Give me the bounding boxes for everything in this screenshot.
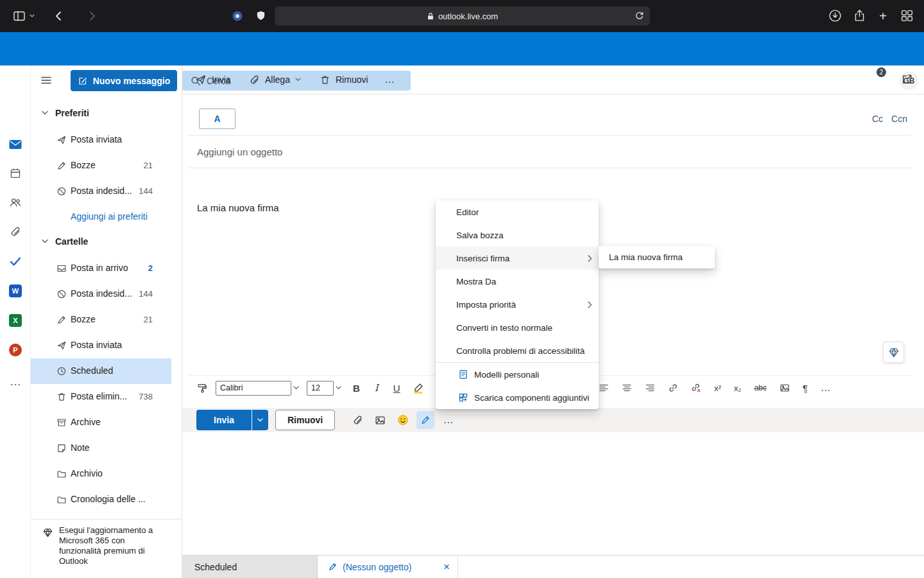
chevron-down-icon[interactable] <box>336 386 341 390</box>
underline-button[interactable]: U <box>393 383 400 394</box>
folder-item-sent[interactable]: Posta inviata <box>31 333 182 358</box>
align-center-icon[interactable] <box>622 383 632 393</box>
insert-picture-icon[interactable] <box>369 410 391 430</box>
align-left-icon[interactable] <box>599 383 609 393</box>
send-options-chevron[interactable] <box>252 410 268 430</box>
folder-item-junk[interactable]: Posta indesid... 144 <box>31 179 182 204</box>
more-actions-button[interactable]: … <box>437 410 459 430</box>
mail-icon[interactable] <box>0 134 31 155</box>
folder-item-notes[interactable]: Note <box>31 435 182 461</box>
new-message-button[interactable]: Nuovo messaggio <box>71 70 177 91</box>
share-icon[interactable] <box>853 8 866 22</box>
folder-item-archive[interactable]: Archive <box>31 410 182 435</box>
address-bar[interactable]: outlook.live.com <box>275 6 650 26</box>
paragraph-direction-icon[interactable]: ¶ <box>803 383 808 394</box>
favorites-section-header[interactable]: Preferiti <box>31 101 182 125</box>
menu-item-insert-signature[interactable]: Inserisci firma <box>436 247 599 270</box>
menu-item-show-from[interactable]: Mostra Da <box>436 270 599 293</box>
tab-overview-icon[interactable] <box>900 9 914 22</box>
immersive-reader-icon[interactable] <box>746 73 763 89</box>
menu-item-set-priority[interactable]: Imposta priorità <box>436 293 599 316</box>
message-body[interactable]: La mia nuova firma <box>197 202 279 213</box>
back-icon[interactable] <box>54 10 64 22</box>
font-name-select[interactable]: Calibri <box>216 381 291 396</box>
folder-item-inbox[interactable]: Posta in arrivo 2 <box>31 256 182 281</box>
folder-item-drafts[interactable]: Bozze 21 <box>31 307 182 333</box>
folder-item-scheduled[interactable]: Scheduled <box>31 358 171 384</box>
premium-upgrade-button[interactable] <box>883 342 904 363</box>
send-split-button[interactable]: Invia <box>196 410 268 430</box>
superscript-button[interactable]: x² <box>714 383 721 393</box>
tab-draft-active[interactable]: (Nessun oggetto) × <box>318 556 458 578</box>
paperclip-icon <box>249 74 260 85</box>
align-right-icon[interactable] <box>645 383 655 393</box>
chevron-down-icon[interactable] <box>30 14 35 18</box>
hamburger-icon[interactable] <box>40 74 52 86</box>
discard-button[interactable]: Rimuovi <box>275 410 335 430</box>
cc-link[interactable]: Cc <box>872 114 883 124</box>
attach-file-icon[interactable] <box>346 410 369 430</box>
calendar-icon[interactable] <box>0 163 31 184</box>
menu-item-get-addins[interactable]: Scarica componenti aggiuntivi <box>436 386 599 409</box>
help-icon[interactable]: ? <box>839 73 855 89</box>
bcc-link[interactable]: Ccn <box>891 114 907 124</box>
format-more-button[interactable]: … <box>821 382 831 394</box>
ink-draw-button[interactable] <box>416 411 434 429</box>
folder-item-junk[interactable]: Posta indesid... 144 <box>31 281 182 307</box>
folder-item-archivio[interactable]: Archivio <box>31 461 182 487</box>
menu-item-accessibility[interactable]: Controlla problemi di accessibilità <box>436 339 599 362</box>
tasks-card-icon[interactable] <box>777 73 794 89</box>
format-painter-icon[interactable] <box>196 383 207 394</box>
shield-icon[interactable] <box>255 10 266 22</box>
italic-button[interactable]: I <box>375 382 379 394</box>
menu-item-editor[interactable]: Editor <box>436 200 599 223</box>
forward-icon[interactable] <box>87 10 97 22</box>
reload-icon[interactable] <box>635 11 644 21</box>
folders-section-header[interactable]: Cartelle <box>31 230 182 253</box>
folder-item-deleted[interactable]: Posta elimin... 738 <box>31 384 182 410</box>
downloads-icon[interactable] <box>828 9 842 22</box>
extension-icon[interactable] <box>232 10 243 22</box>
folder-item-history[interactable]: Cronologia delle ... <box>31 487 182 512</box>
insert-image-icon[interactable] <box>780 383 790 393</box>
skype-icon[interactable]: S <box>715 73 732 89</box>
qr-code-icon[interactable] <box>685 73 701 89</box>
close-tab-icon[interactable]: × <box>443 561 450 572</box>
link-icon[interactable] <box>668 383 678 393</box>
word-icon[interactable]: W <box>0 281 31 301</box>
attachments-icon[interactable] <box>0 222 31 242</box>
open-in-new-window-icon[interactable] <box>901 73 913 85</box>
chevron-down-icon[interactable] <box>293 386 299 390</box>
todo-icon[interactable] <box>0 251 31 272</box>
menu-item-plain-text[interactable]: Converti in testo normale <box>436 316 599 339</box>
unlink-icon[interactable] <box>691 383 701 393</box>
folder-item-drafts[interactable]: Bozze 21 <box>31 153 182 179</box>
strikethrough-button[interactable]: abc <box>754 383 766 392</box>
signin-button[interactable]: Accedi ora <box>600 73 661 89</box>
settings-gear-icon[interactable]: ⚙ <box>808 73 825 89</box>
subject-input[interactable]: Aggiungi un oggetto <box>197 146 282 157</box>
toolbar-more-button[interactable]: … <box>384 66 395 94</box>
to-button[interactable]: A <box>199 109 235 129</box>
emoji-icon[interactable] <box>391 410 414 430</box>
send-toolbar-button[interactable]: Invia <box>195 66 231 94</box>
new-tab-icon[interactable]: + <box>876 8 890 24</box>
subscript-button[interactable]: x₂ <box>734 383 742 393</box>
more-apps-icon[interactable]: … <box>0 371 31 392</box>
excel-icon[interactable]: X <box>0 310 31 331</box>
tab-scheduled[interactable]: Scheduled <box>182 556 318 578</box>
people-icon[interactable] <box>0 192 31 213</box>
folder-item-sent[interactable]: Posta inviata <box>31 127 182 153</box>
remove-toolbar-button[interactable]: Rimuovi <box>320 66 368 94</box>
highlighter-icon[interactable] <box>413 382 424 394</box>
powerpoint-icon[interactable]: P <box>0 340 31 360</box>
upgrade-message[interactable]: Esegui l'aggiornamento a Microsoft 365 c… <box>59 525 159 566</box>
attach-toolbar-button[interactable]: Allega <box>249 66 301 94</box>
bold-button[interactable]: B <box>353 383 360 394</box>
sidebar-toggle-icon[interactable] <box>13 10 26 22</box>
font-size-select[interactable]: 12 <box>307 381 334 396</box>
menu-item-my-templates[interactable]: Modelli personali <box>436 363 599 386</box>
add-favorite-link[interactable]: Aggiungi ai preferiti <box>71 211 148 222</box>
signature-submenu-item[interactable]: La mia nuova firma <box>599 246 715 268</box>
menu-item-save-draft[interactable]: Salva bozza <box>436 223 599 247</box>
